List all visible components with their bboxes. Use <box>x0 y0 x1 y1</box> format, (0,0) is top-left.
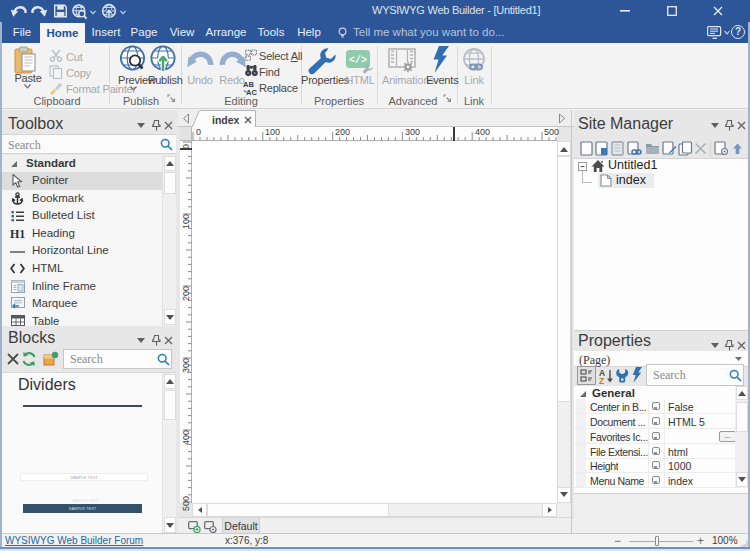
svg-text:AC: AC <box>246 88 257 96</box>
svg-text:</>: </> <box>349 55 367 66</box>
svg-text:Z: Z <box>599 376 604 384</box>
